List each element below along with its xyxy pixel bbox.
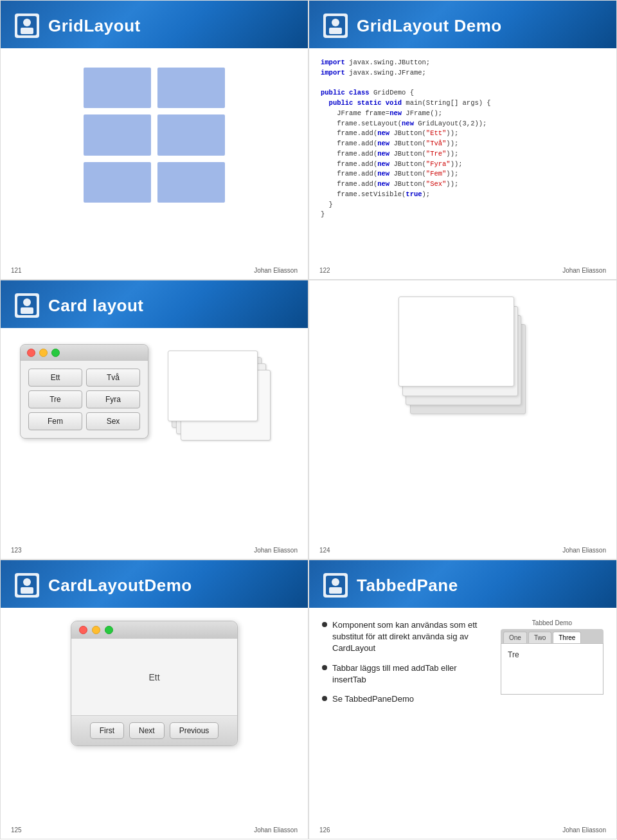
bullet-dot-3 (322, 696, 327, 701)
code-line2: frame.setLayout(new GridLayout(3,2)); (321, 119, 605, 129)
nav-prev-btn[interactable]: Previous (170, 722, 219, 739)
code-line5: frame.add(new JButton("Tre")); (321, 149, 605, 160)
tab-content-text: Tre (508, 650, 519, 659)
tab-content: Tre (501, 643, 604, 695)
bullet-text-2: Tabbar läggs till med addTab eller inser… (332, 662, 488, 686)
mac-btn-tva[interactable]: Två (86, 369, 140, 387)
code-close1: } (321, 200, 605, 210)
svg-point-14 (23, 578, 31, 586)
svg-rect-7 (329, 28, 342, 34)
bullet-item-2: Tabbar läggs till med addTab eller inser… (322, 662, 488, 686)
nav-first-btn[interactable]: First (90, 722, 124, 739)
grid-cell-4 (157, 114, 225, 155)
bullet-item-3: Se TabbedPaneDemo (322, 693, 488, 705)
slide2-header: GridLayout Demo (309, 1, 616, 48)
slide-gridlayout: GridLayout 121 Johan Eliasson (0, 0, 308, 280)
mac-btn-ett[interactable]: Ett (28, 369, 82, 387)
mac-button-grid: Ett Två Tre Fyra Fem Sex (28, 369, 140, 430)
code-close2: } (321, 210, 605, 220)
card-content: Ett (148, 672, 159, 682)
uni-logo-6 (322, 572, 349, 599)
bullet-text-3: Se TabbedPaneDemo (332, 693, 414, 705)
bullet-dot-1 (322, 622, 327, 627)
slide3-header: Card layout (1, 280, 308, 328)
mac-big-titlebar (71, 621, 237, 639)
demo-title: Tabbed Demo (501, 619, 604, 626)
tab-three[interactable]: Three (553, 632, 581, 643)
grid-demo (84, 68, 225, 203)
uni-logo-2 (322, 12, 349, 39)
uni-logo-3 (13, 292, 40, 319)
slide3-content: Ett Två Tre Fyra Fem Sex (1, 328, 308, 470)
code-line3: frame.add(new JButton("Ett")); (321, 129, 605, 139)
code-import1: import javax.swing.JButton; (321, 58, 605, 68)
slide-cardlayout-demo: CardLayoutDemo Ett First Next Previous (0, 560, 308, 839)
slide5-title: CardLayoutDemo (48, 576, 192, 596)
bullet-dot-2 (322, 665, 327, 670)
slide3-author: Johan Eliasson (254, 547, 298, 554)
svg-point-6 (332, 19, 339, 26)
tab-one[interactable]: One (503, 632, 527, 643)
card-layer-front2 (168, 351, 258, 421)
tab-two[interactable]: Two (528, 632, 551, 643)
cards-stack-big (398, 293, 527, 422)
code-import2: import javax.swing.JFrame; (321, 68, 605, 78)
slide-gridlayout-demo: GridLayout Demo import javax.swing.JButt… (308, 0, 617, 280)
slide-cardlayout: Card layout Ett Två Tre Fyra Fem Sex (0, 280, 308, 560)
slide1-author: Johan Eliasson (254, 267, 298, 274)
slide1-pagenum: 121 (11, 267, 22, 274)
cards-stack (168, 351, 271, 453)
mac-big-green (105, 626, 113, 634)
slide6-title: TabbedPane (357, 576, 458, 596)
slide-cardlayout-blank: 124 Johan Eliasson (308, 280, 617, 560)
uni-logo-1 (13, 12, 40, 39)
slide4-footer: 124 Johan Eliasson (309, 547, 616, 554)
slide1-content (1, 48, 308, 222)
code-block: import javax.swing.JButton; import javax… (321, 58, 605, 220)
grid-cell-3 (84, 114, 151, 155)
bullet-list: Komponent som kan användas som ett subst… (322, 619, 488, 713)
code-class: public class GridDemo { (321, 88, 605, 98)
bullet-text-1: Komponent som kan användas som ett subst… (332, 619, 488, 655)
svg-rect-15 (21, 587, 33, 594)
grid-cell-5 (84, 162, 151, 203)
card-big-front (398, 297, 514, 387)
code-line6: frame.add(new JButton("Fyra")); (321, 160, 605, 170)
slide5-content: Ett First Next Previous (1, 608, 308, 759)
slide1-header: GridLayout (1, 1, 308, 48)
svg-rect-11 (21, 307, 33, 314)
slide6-footer: 126 Johan Eliasson (309, 826, 616, 834)
code-line1: JFrame frame=new JFrame(); (321, 109, 605, 119)
code-line7: frame.add(new JButton("Fem")); (321, 169, 605, 179)
tab-bar: One Two Three (501, 629, 604, 643)
mac-red-btn (27, 349, 35, 357)
svg-rect-19 (329, 587, 342, 594)
mac-btn-fyra[interactable]: Fyra (86, 390, 140, 408)
svg-point-18 (332, 578, 339, 586)
mac-titlebar-small (21, 345, 148, 361)
mac-window-small: Ett Två Tre Fyra Fem Sex (20, 344, 148, 439)
code-line8: frame.add(new JButton("Sex")); (321, 179, 605, 190)
slide3-footer: 123 Johan Eliasson (1, 547, 308, 554)
mac-green-btn (51, 349, 60, 357)
mac-btn-fem[interactable]: Fem (28, 412, 82, 430)
slide2-pagenum: 122 (319, 267, 330, 274)
slide6-pagenum: 126 (319, 826, 330, 834)
nav-next-btn[interactable]: Next (129, 722, 165, 739)
slide5-footer: 125 Johan Eliasson (1, 826, 308, 834)
slide4-pagenum: 124 (319, 547, 330, 554)
mac-yellow-btn (39, 349, 48, 357)
slide6-content: Komponent som kan användas som ett subst… (309, 608, 616, 724)
slide2-title: GridLayout Demo (357, 16, 502, 36)
slide2-footer: 122 Johan Eliasson (309, 267, 616, 274)
mac-body-small: Ett Två Tre Fyra Fem Sex (21, 361, 148, 438)
slide5-header: CardLayoutDemo (1, 560, 308, 608)
mac-btn-sex[interactable]: Sex (86, 412, 140, 430)
slide4-author: Johan Eliasson (562, 547, 606, 554)
grid-cell-6 (157, 162, 225, 203)
grid-cell-2 (157, 68, 225, 108)
slide4-content (309, 280, 616, 435)
mac-btn-tre[interactable]: Tre (28, 390, 82, 408)
slide6-header: TabbedPane (309, 560, 616, 608)
svg-point-10 (23, 298, 31, 306)
